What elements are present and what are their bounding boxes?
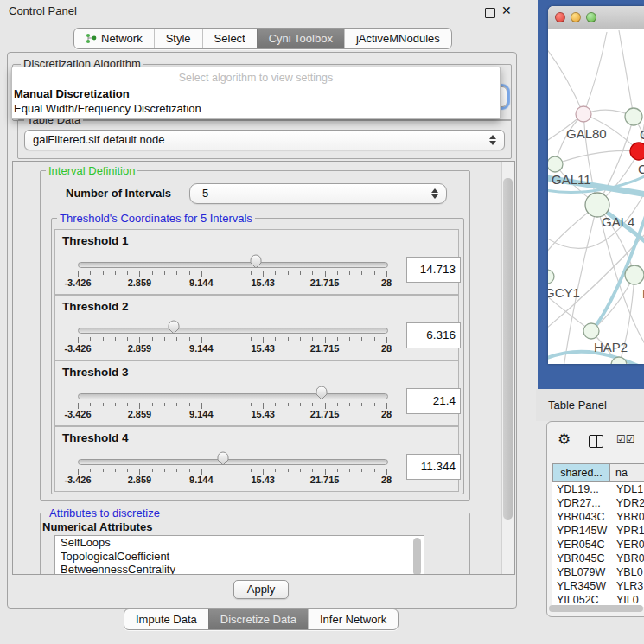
network-node[interactable] bbox=[625, 265, 644, 284]
table-data-combo[interactable]: galFiltered.sif default node bbox=[24, 130, 505, 150]
edge[interactable] bbox=[583, 32, 607, 114]
table-row[interactable]: YPR145WYPR1 bbox=[552, 524, 644, 538]
attribute-list-item[interactable]: BetweennessCentrality bbox=[55, 563, 424, 575]
major-tick bbox=[78, 403, 79, 409]
column-header-shared[interactable]: shared... bbox=[552, 463, 610, 482]
tick-label: 15.43 bbox=[251, 343, 275, 354]
tab-infer-network[interactable]: Infer Network bbox=[308, 609, 398, 629]
minor-tick bbox=[90, 271, 91, 275]
minor-tick bbox=[115, 337, 116, 341]
threshold-value-field[interactable]: 6.316 bbox=[406, 322, 461, 348]
tab-label: Discretize Data bbox=[220, 613, 296, 626]
edge[interactable] bbox=[555, 150, 639, 164]
node-label: GA bbox=[640, 127, 644, 142]
threshold-panel: Threshold 1-3.4262.8599.14415.4321.71528… bbox=[54, 229, 459, 295]
num-intervals-combo[interactable]: 5 bbox=[189, 183, 447, 204]
attribute-list-item[interactable]: TopologicalCoefficient bbox=[55, 550, 424, 564]
major-tick bbox=[201, 469, 202, 475]
slider-track[interactable] bbox=[78, 328, 388, 334]
minor-tick bbox=[90, 469, 91, 472]
tick-label: 2.859 bbox=[128, 277, 152, 288]
minor-tick bbox=[152, 403, 153, 406]
table-header: shared... na bbox=[552, 463, 644, 482]
zoom-light-icon[interactable] bbox=[586, 12, 596, 22]
table-row[interactable]: YER054CYER0 bbox=[552, 538, 644, 552]
table-row[interactable]: YBR045CYBR0 bbox=[552, 552, 644, 565]
table-data-combo-value: galFiltered.sif default node bbox=[33, 133, 164, 146]
slider-thumb[interactable] bbox=[249, 254, 263, 269]
threshold-label: Threshold 2 bbox=[62, 300, 129, 313]
slider-thumb[interactable] bbox=[167, 320, 181, 335]
table-row[interactable]: YDR27...YDR2 bbox=[552, 496, 644, 510]
edge[interactable] bbox=[619, 30, 634, 117]
node-label: GCY1 bbox=[548, 285, 580, 300]
slider-track[interactable] bbox=[78, 262, 388, 268]
attribute-list-item[interactable]: SelfLoops bbox=[55, 536, 424, 550]
close-icon[interactable]: ✕ bbox=[501, 3, 512, 17]
threshold-value-field[interactable]: 21.4 bbox=[406, 388, 461, 414]
edge[interactable] bbox=[548, 44, 583, 114]
network-node[interactable] bbox=[585, 193, 609, 217]
tab-impute-data[interactable]: Impute Data bbox=[124, 609, 208, 629]
tab-style[interactable]: Style bbox=[154, 29, 202, 48]
network-node[interactable] bbox=[625, 108, 642, 125]
cell-name: YPR1 bbox=[610, 524, 644, 538]
tick-label: -3.426 bbox=[64, 475, 91, 485]
minor-tick bbox=[288, 271, 289, 275]
tab-cyni-toolbox[interactable]: Cyni Toolbox bbox=[257, 29, 344, 48]
network-node[interactable] bbox=[548, 270, 554, 284]
minor-tick bbox=[349, 337, 350, 341]
table-panel-titlebar: Table Panel bbox=[536, 389, 644, 421]
table-row[interactable]: YBL079WYBL0 bbox=[552, 565, 644, 579]
major-tick bbox=[201, 337, 202, 343]
column-header-name[interactable]: na bbox=[610, 463, 644, 482]
popup-option-manual[interactable]: Manual Discretization bbox=[14, 87, 130, 100]
minor-tick bbox=[127, 403, 128, 406]
cell-name: YER0 bbox=[610, 538, 644, 552]
minor-tick bbox=[152, 271, 153, 275]
algorithm-dropdown-popup: Select algorithm to view settings Manual… bbox=[11, 67, 501, 119]
major-tick bbox=[325, 469, 326, 475]
slider-track[interactable] bbox=[78, 393, 388, 399]
tab-jactivemnodules[interactable]: jActiveMNodules bbox=[344, 29, 451, 48]
minor-tick bbox=[361, 271, 362, 275]
network-window-titlebar[interactable] bbox=[548, 6, 644, 29]
major-tick bbox=[201, 271, 202, 277]
slider-thumb[interactable] bbox=[315, 386, 328, 400]
threshold-value-field[interactable]: 11.344 bbox=[406, 454, 461, 480]
float-window-icon[interactable] bbox=[485, 8, 495, 18]
tab-discretize-data[interactable]: Discretize Data bbox=[208, 609, 308, 629]
list-scrollbar-thumb[interactable] bbox=[413, 538, 421, 575]
network-canvas[interactable]: GAL80GACGAL11GAL4GCY1HHAP2 bbox=[548, 29, 644, 364]
minor-tick bbox=[127, 271, 128, 275]
table-row[interactable]: YDL19...YDL1 bbox=[552, 482, 644, 496]
horizontal-scrollbar-thumb[interactable] bbox=[549, 605, 643, 612]
vertical-scrollbar-thumb[interactable] bbox=[503, 178, 513, 520]
network-node[interactable] bbox=[630, 143, 644, 160]
network-node[interactable] bbox=[583, 323, 599, 339]
gear-icon[interactable]: ⚙ bbox=[558, 432, 571, 447]
split-column-icon[interactable] bbox=[589, 435, 603, 448]
minimize-light-icon[interactable] bbox=[571, 12, 581, 22]
threshold-value-field[interactable]: 14.713 bbox=[406, 257, 461, 283]
slider-thumb[interactable] bbox=[216, 451, 230, 466]
network-node[interactable] bbox=[548, 156, 563, 172]
table-row[interactable]: YLR345WYLR3 bbox=[552, 579, 644, 593]
minor-tick bbox=[337, 271, 338, 275]
minor-tick bbox=[176, 469, 177, 472]
checkbox-icons[interactable]: ☑☑ bbox=[616, 433, 635, 445]
table-row[interactable]: YBR043CYBR0 bbox=[552, 510, 644, 524]
network-node[interactable] bbox=[576, 106, 591, 122]
minor-tick bbox=[300, 271, 301, 275]
tab-network[interactable]: Network bbox=[74, 29, 154, 48]
tab-select[interactable]: Select bbox=[202, 29, 257, 48]
numerical-attributes-list[interactable]: SelfLoopsTopologicalCoefficientBetweenne… bbox=[54, 535, 424, 575]
numerical-attributes-label: Numerical Attributes bbox=[42, 520, 152, 533]
major-tick bbox=[78, 337, 79, 343]
apply-button[interactable]: Apply bbox=[233, 580, 289, 599]
slider-track[interactable] bbox=[78, 459, 388, 465]
close-light-icon[interactable] bbox=[555, 12, 565, 22]
minor-tick bbox=[226, 271, 226, 275]
major-tick bbox=[386, 469, 387, 475]
popup-option-equal-width[interactable]: Equal Width/Frequency Discretization bbox=[14, 102, 201, 115]
